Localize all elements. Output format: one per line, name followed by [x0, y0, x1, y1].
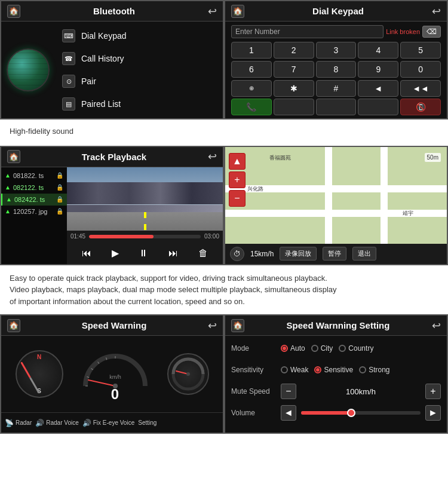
- speedometer-svg: km/h: [79, 344, 151, 392]
- mode-country-radio[interactable]: [339, 345, 346, 352]
- volume-slider[interactable]: [301, 411, 421, 415]
- key-9[interactable]: 9: [358, 61, 398, 78]
- mode-options: Auto City Country: [281, 344, 441, 353]
- bottom-radar[interactable]: 📡 Radar: [5, 419, 32, 427]
- bottom-radar-voice[interactable]: 🔊 Radar Voice: [35, 419, 78, 427]
- mute-speed-plus[interactable]: +: [425, 384, 441, 399]
- mute-speed-row: Mute Speed − 100km/h +: [231, 382, 441, 400]
- skip-forward-button[interactable]: ⏭: [165, 246, 182, 261]
- key-5[interactable]: 5: [400, 42, 441, 59]
- key-vol-up[interactable]: ◄◄: [400, 80, 441, 97]
- map-content: 香福圆苑 兴化路 靖宇 ▲ + − 50m ⏱ 15km/h 录像回放 暂停 退…: [225, 147, 447, 264]
- skip-back-button[interactable]: ⏮: [78, 246, 95, 261]
- lock-icon-4: 🔒: [56, 208, 63, 215]
- speed-bottom-bar: 📡 Radar 🔊 Radar Voice 🔊 Fix E-eye Voice …: [1, 412, 223, 433]
- track-file-082122[interactable]: ▲ 082122. ts 🔒: [1, 182, 67, 194]
- menu-item-call-history[interactable]: ☎ Call History: [57, 49, 218, 68]
- upload-icon-1: ▲: [5, 172, 11, 179]
- sens-weak[interactable]: Weak: [281, 366, 308, 374]
- key-6[interactable]: 6: [231, 61, 272, 78]
- home-icon-2[interactable]: 🏠: [231, 5, 244, 18]
- menu-item-paired-list[interactable]: ▤ Paired List: [57, 94, 218, 114]
- track-file-082422[interactable]: ▲ 082422. ts 🔒: [1, 194, 67, 206]
- compass-gauge: N S: [16, 350, 63, 398]
- globe-icon: [7, 48, 50, 91]
- delete-button[interactable]: ⌫: [422, 26, 441, 38]
- track-timeline: 01:45 03:00: [67, 231, 223, 243]
- mode-country[interactable]: Country: [339, 344, 373, 353]
- globe-overlay: [8, 50, 48, 90]
- key-4[interactable]: 4: [358, 42, 398, 59]
- sens-strong-radio[interactable]: [359, 366, 366, 373]
- track-file-120257[interactable]: ▲ 120257. jpg 🔒: [1, 206, 67, 217]
- track-header: 🏠 Track Playback ↩: [1, 147, 223, 167]
- sw-back-icon[interactable]: ↩: [208, 319, 217, 332]
- pause-button[interactable]: ⏸: [135, 246, 152, 261]
- track-file-081822[interactable]: ▲ 081822. ts 🔒: [1, 170, 67, 182]
- map-exit-btn[interactable]: 退出: [352, 247, 376, 261]
- key-2[interactable]: 2: [274, 42, 314, 59]
- key-vol-down[interactable]: ◄: [358, 80, 398, 97]
- delete-track-button[interactable]: 🗑: [195, 246, 211, 261]
- key-8[interactable]: 8: [316, 61, 357, 78]
- map-pause-btn[interactable]: 暂停: [323, 247, 346, 261]
- key-end[interactable]: 📵: [400, 99, 441, 115]
- key-empty1: [274, 99, 314, 115]
- key-3[interactable]: 3: [316, 42, 357, 59]
- map-playback-btn[interactable]: 录像回放: [280, 247, 317, 261]
- track-file-list: ▲ 081822. ts 🔒 ▲ 082122. ts 🔒 ▲ 082422. …: [1, 167, 67, 264]
- volume-thumb[interactable]: [347, 409, 355, 417]
- map-zoom-out[interactable]: −: [229, 190, 246, 207]
- mode-auto[interactable]: Auto: [281, 344, 305, 353]
- key-call[interactable]: 📞: [231, 99, 272, 115]
- map-arrow-up[interactable]: ▲: [229, 153, 246, 170]
- track-title: Track Playback: [20, 152, 208, 162]
- bottom-setting[interactable]: Setting: [138, 419, 157, 426]
- key-star[interactable]: ✱: [274, 80, 314, 97]
- sws-back-icon[interactable]: ↩: [432, 319, 441, 332]
- dial-input[interactable]: Enter Number: [231, 25, 383, 38]
- section-text-1: High-fidelity sound: [0, 120, 448, 146]
- row-3: 🏠 Speed Warning ↩ N S: [0, 314, 448, 434]
- sws-home-icon[interactable]: 🏠: [231, 319, 244, 332]
- dial-keypad-icon: ⌨: [62, 29, 75, 42]
- bottom-fix-eye-voice[interactable]: 🔊 Fix E-eye Voice: [82, 419, 134, 427]
- mode-city-radio[interactable]: [311, 345, 318, 352]
- play-button[interactable]: ▶: [108, 245, 122, 261]
- dial-content: Enter Number Link broken ⌫ 1 2 3 4 5 6 7…: [225, 22, 447, 118]
- sens-strong[interactable]: Strong: [359, 366, 389, 374]
- track-back-icon[interactable]: ↩: [208, 150, 217, 163]
- map-label-1: 香福圆苑: [269, 154, 291, 162]
- key-empty3: [358, 99, 398, 115]
- timeline-bar[interactable]: [89, 235, 201, 238]
- sens-weak-radio[interactable]: [281, 366, 288, 373]
- back-icon[interactable]: ↩: [208, 5, 217, 18]
- sens-weak-label: Weak: [290, 366, 308, 374]
- key-0[interactable]: 0: [400, 61, 441, 78]
- key-hash[interactable]: #: [316, 80, 357, 97]
- row-2: 🏠 Track Playback ↩ ▲ 081822. ts 🔒 ▲ 0821…: [0, 146, 448, 265]
- mode-auto-radio[interactable]: [281, 345, 288, 352]
- volume-down-button[interactable]: ◄: [281, 405, 296, 421]
- track-home-icon[interactable]: 🏠: [7, 150, 20, 163]
- gauges-area: N S: [1, 336, 223, 412]
- track-video-area: 01:45 03:00 ⏮ ▶ ⏸ ⏭ 🗑: [67, 167, 223, 264]
- sw-home-icon[interactable]: 🏠: [7, 319, 20, 332]
- volume-up-button[interactable]: ►: [425, 405, 441, 421]
- mode-city[interactable]: City: [311, 344, 333, 353]
- key-7[interactable]: 7: [274, 61, 314, 78]
- key-1[interactable]: 1: [231, 42, 272, 59]
- sens-sensitive-radio[interactable]: [314, 366, 321, 373]
- key-intl[interactable]: ⊕: [231, 80, 272, 97]
- enter-number-placeholder: Enter Number: [235, 27, 280, 36]
- filename-1: 081822. ts: [13, 172, 44, 179]
- filename-4: 120257. jpg: [13, 208, 48, 215]
- map-zoom-in[interactable]: +: [229, 171, 246, 188]
- home-icon[interactable]: 🏠: [7, 5, 20, 18]
- menu-item-dial-keypad[interactable]: ⌨ Dial Keypad: [57, 26, 218, 45]
- dial-back-icon[interactable]: ↩: [432, 5, 441, 18]
- sw-title: Speed Warning: [20, 320, 208, 330]
- mute-speed-minus[interactable]: −: [281, 384, 296, 399]
- menu-item-pair[interactable]: ⊙ Pair: [57, 72, 218, 91]
- sens-sensitive[interactable]: Sensitive: [314, 366, 353, 374]
